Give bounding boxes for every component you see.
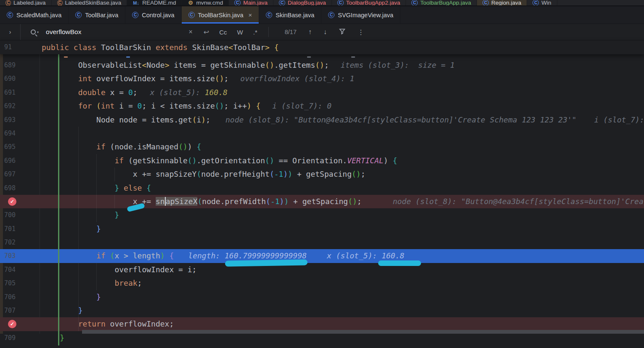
tab-ToolBar.java[interactable]: CToolBar.java — [69, 6, 125, 24]
line-number[interactable]: 709 — [4, 331, 16, 345]
tab-ToolBarSkin.java[interactable]: CToolBarSkin.java× — [182, 6, 260, 24]
code-line[interactable]: 706 } — [0, 290, 644, 304]
tab-DialogBug.java[interactable]: CDialogBug.java — [273, 0, 332, 6]
newline-icon[interactable]: ↩ — [204, 28, 209, 36]
line-number[interactable]: 701 — [4, 222, 16, 236]
horizontal-scrollbar-thumb[interactable] — [82, 330, 644, 334]
code-line[interactable]: 689 ObservableList<Node> items = getSkin… — [0, 58, 644, 72]
sticky-code-text[interactable]: public class ToolBarSkin extends SkinBas… — [42, 40, 279, 54]
code-token: ; — [206, 115, 210, 124]
code-line[interactable]: 707 } — [0, 304, 644, 317]
code-text[interactable]: for (int i = 0; i < items.size(); i++) {… — [42, 99, 331, 113]
funnel-icon — [339, 28, 346, 35]
line-number[interactable]: 698 — [4, 181, 16, 195]
code-line[interactable]: 695 if (node.isManaged()) { — [0, 140, 644, 154]
code-text[interactable]: } — [42, 331, 64, 345]
search-input[interactable]: overflowBox — [46, 28, 81, 36]
code-line[interactable]: 692 for (int i = 0; i < items.size(); i+… — [0, 99, 644, 113]
code-text[interactable]: if (node.isManaged()) { — [42, 140, 201, 154]
tab-Control.java[interactable]: CControl.java — [125, 6, 181, 24]
tab-ToolbarBugApp.java[interactable]: CToolbarBugApp.java — [406, 0, 477, 6]
code-text[interactable]: Node node = items.get(i);node (slot_8): … — [42, 113, 644, 127]
line-number[interactable]: 692 — [4, 99, 16, 113]
code-text[interactable]: } — [42, 290, 101, 304]
line-number[interactable]: 696 — [4, 154, 16, 167]
code-line[interactable]: 691 double x = 0;x (slot_5): 160.8 — [0, 86, 644, 99]
tab-ToolbarBugApp2.java[interactable]: CToolbarBugApp2.java — [332, 0, 406, 6]
code-text[interactable]: double x = 0;x (slot_5): 160.8 — [42, 86, 228, 99]
code-line[interactable]: ✓ x += snapSizeX(node.prefWidth(-1)) + g… — [0, 195, 644, 208]
code-text[interactable]: break; — [42, 276, 142, 290]
tab-Region.java[interactable]: CRegion.java — [477, 0, 527, 6]
code-text[interactable]: x += snapSizeY(node.prefHeight(-1)) + ge… — [42, 167, 366, 181]
tab-label: Region.java — [491, 0, 521, 6]
line-number[interactable]: 700 — [4, 208, 16, 222]
breakpoint-icon[interactable]: ✓ — [8, 320, 16, 328]
code-line[interactable]: 694 — [0, 127, 644, 140]
code-text[interactable]: if (x > length) {length: 160.79999999999… — [42, 249, 404, 263]
tab-LabeledSkinBase.java[interactable]: CLabeledSkinBase.java — [52, 0, 127, 6]
code-line[interactable]: 696 if (getSkinnable().getOrientation() … — [0, 154, 644, 167]
tab-Main.java[interactable]: CMain.java — [229, 0, 273, 6]
tab-README.md[interactable]: M↓README.md — [127, 0, 182, 6]
line-number[interactable]: 689 — [4, 58, 16, 72]
code-text[interactable]: } — [42, 222, 101, 236]
code-line[interactable]: 705 break; — [0, 276, 644, 290]
code-line[interactable]: 700 } — [0, 208, 644, 222]
line-number[interactable]: 702 — [4, 236, 16, 249]
code-line[interactable]: ✓ return overflowIndex; — [0, 317, 644, 331]
code-token: ( — [192, 115, 197, 124]
code-line[interactable]: 693 Node node = items.get(i);node (slot_… — [0, 113, 644, 127]
code-text[interactable]: ObservableList<Node> items = getSkinnabl… — [42, 58, 455, 72]
code-token: overflowIndex = i; — [42, 265, 196, 274]
tab-Win[interactable]: CWin — [527, 0, 557, 6]
regex-toggle[interactable]: .* — [253, 29, 257, 36]
close-icon[interactable]: × — [249, 11, 252, 19]
whole-words-toggle[interactable]: W — [237, 29, 243, 36]
more-options-kebab-icon[interactable]: ⋮ — [358, 28, 364, 36]
code-line[interactable]: 702 — [0, 236, 644, 249]
tab-SVGImageView.java[interactable]: CSVGImageView.java — [321, 6, 400, 24]
code-line[interactable]: 697 x += snapSizeY(node.prefHeight(-1)) … — [0, 167, 644, 181]
code-text[interactable]: overflowIndex = i; — [42, 263, 196, 276]
code-token: return — [78, 319, 106, 328]
sticky-header-line[interactable]: 91 public class ToolBarSkin extends Skin… — [0, 40, 644, 54]
line-number[interactable]: 706 — [4, 290, 16, 304]
tab-mvnw.cmd[interactable]: ⚙mvnw.cmd — [182, 0, 229, 6]
code-text[interactable]: return overflowIndex; — [42, 317, 174, 331]
match-case-toggle[interactable]: Cc — [219, 29, 227, 36]
line-number[interactable]: 695 — [4, 140, 16, 154]
line-number[interactable]: 704 — [4, 263, 16, 276]
code-text[interactable]: } — [42, 208, 119, 222]
line-number[interactable]: 697 — [4, 167, 16, 181]
line-number[interactable]: 705 — [4, 276, 16, 290]
code-line[interactable]: 690 int overflowIndex = items.size();ove… — [0, 72, 644, 85]
clear-search-icon[interactable]: × — [188, 28, 192, 36]
code-line[interactable]: 703 if (x > length) {length: 160.7999999… — [0, 249, 644, 263]
tab-ScaledMath.java[interactable]: CScaledMath.java — [0, 6, 69, 24]
search-options-caret-icon[interactable]: ▾ — [37, 30, 39, 34]
class-icon: C — [482, 0, 489, 6]
line-number[interactable]: 703 — [4, 249, 16, 263]
filter-icon[interactable] — [339, 28, 346, 37]
code-line[interactable]: 698 } else { — [0, 181, 644, 195]
code-text[interactable]: if (getSkinnable().getOrientation() == O… — [42, 154, 397, 167]
breakpoint-icon[interactable]: ✓ — [8, 197, 16, 206]
line-number[interactable]: 691 — [4, 86, 16, 99]
code-line[interactable]: 704 overflowIndex = i; — [0, 263, 644, 276]
code-token: apSizeX — [166, 197, 198, 206]
expand-search-chevron-icon[interactable]: › — [0, 24, 21, 40]
code-editor[interactable]: 689 ObservableList<Node> items = getSkin… — [0, 54, 644, 334]
code-text[interactable]: } — [42, 304, 83, 317]
previous-occurrence-button[interactable]: ↑ — [308, 28, 312, 36]
line-number[interactable]: 693 — [4, 113, 16, 127]
tab-Labeled.java[interactable]: CLabeled.java — [0, 0, 52, 6]
code-line[interactable]: 701 } — [0, 222, 644, 236]
next-occurrence-button[interactable]: ↓ — [323, 28, 327, 36]
line-number[interactable]: 707 — [4, 304, 16, 317]
tab-SkinBase.java[interactable]: CSkinBase.java — [259, 6, 321, 24]
line-number[interactable]: 694 — [4, 127, 16, 140]
search-icon[interactable] — [31, 29, 36, 35]
code-text[interactable]: int overflowIndex = items.size();overflo… — [42, 72, 354, 85]
line-number[interactable]: 690 — [4, 72, 16, 85]
